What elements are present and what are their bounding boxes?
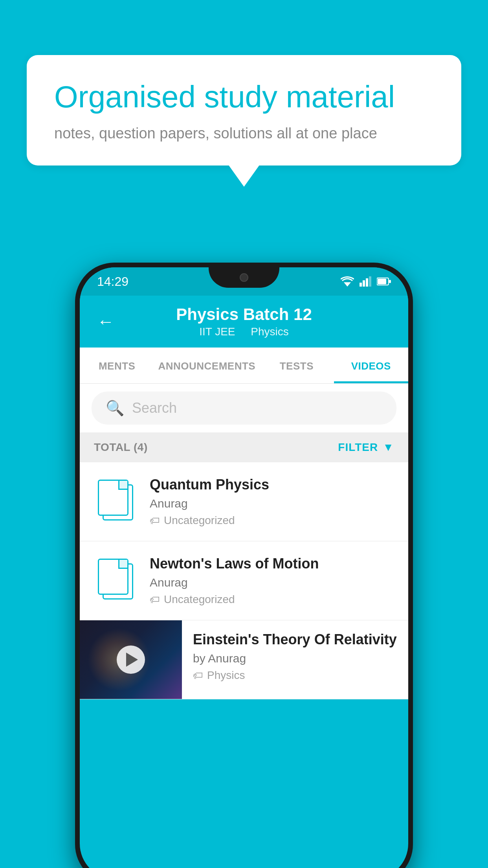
- tab-announcements[interactable]: ANNOUNCEMENTS: [154, 348, 259, 383]
- search-bar-container: 🔍 Search: [80, 384, 408, 432]
- status-bar: 14:29: [80, 267, 408, 296]
- search-input[interactable]: Search: [132, 400, 177, 416]
- tab-tests[interactable]: TESTS: [259, 348, 334, 383]
- doc-front: [98, 480, 128, 516]
- list-item[interactable]: Newton's Laws of Motion Anurag 🏷 Uncateg…: [80, 541, 408, 620]
- wifi-icon: [341, 276, 354, 287]
- doc-icon: [98, 559, 133, 601]
- svg-rect-4: [369, 276, 371, 287]
- subtitle-iit: IIT JEE: [199, 326, 235, 338]
- app-header: ← Physics Batch 12 IIT JEE Physics: [80, 296, 408, 348]
- video-info: Quantum Physics Anurag 🏷 Uncategorized: [150, 476, 394, 527]
- subtitle-physics: Physics: [251, 326, 288, 338]
- video-title: Quantum Physics: [150, 476, 394, 493]
- search-icon: 🔍: [106, 399, 124, 417]
- bubble-arrow: [228, 165, 260, 187]
- tab-ments[interactable]: MENTS: [80, 348, 154, 383]
- tag-icon: 🏷: [150, 515, 160, 527]
- einstein-info: Einstein's Theory Of Relativity by Anura…: [182, 620, 408, 693]
- video-title: Newton's Laws of Motion: [150, 555, 394, 572]
- tag-label: Uncategorized: [164, 593, 235, 606]
- doc-icon-wrapper: [94, 480, 137, 522]
- video-thumbnail: [80, 620, 182, 699]
- notch: [209, 267, 279, 288]
- batch-title: Physics Batch 12: [126, 305, 362, 324]
- video-info: Newton's Laws of Motion Anurag 🏷 Uncateg…: [150, 555, 394, 606]
- video-tag: 🏷 Uncategorized: [150, 593, 394, 606]
- camera-dot: [240, 273, 248, 282]
- list-item[interactable]: Einstein's Theory Of Relativity by Anura…: [80, 620, 408, 699]
- svg-rect-1: [360, 283, 362, 287]
- speech-bubble-title: Organised study material: [54, 79, 434, 116]
- filter-button[interactable]: FILTER ▼: [338, 441, 394, 454]
- video-title: Einstein's Theory Of Relativity: [193, 631, 397, 648]
- status-time: 14:29: [97, 274, 128, 289]
- svg-rect-3: [366, 278, 368, 287]
- video-author: Anurag: [150, 576, 394, 589]
- search-bar[interactable]: 🔍 Search: [92, 392, 396, 425]
- doc-icon-wrapper: [94, 559, 137, 601]
- tag-label: Physics: [207, 669, 245, 682]
- header-title-group: Physics Batch 12 IIT JEE Physics: [126, 305, 362, 338]
- play-button[interactable]: [117, 645, 145, 674]
- phone-inner: 14:29: [80, 267, 408, 868]
- batch-subtitle: IIT JEE Physics: [126, 326, 362, 338]
- back-button[interactable]: ←: [97, 312, 114, 331]
- svg-marker-0: [344, 282, 351, 287]
- filter-label: FILTER: [338, 441, 378, 454]
- status-icons: [341, 276, 391, 287]
- doc-icon: [98, 480, 133, 522]
- tag-icon: 🏷: [193, 669, 203, 682]
- speech-bubble: Organised study material notes, question…: [27, 55, 461, 166]
- tab-videos[interactable]: VIDEOS: [334, 348, 408, 383]
- list-item[interactable]: Quantum Physics Anurag 🏷 Uncategorized: [80, 462, 408, 541]
- play-triangle-icon: [126, 653, 138, 667]
- signal-icon: [360, 276, 371, 287]
- video-tag: 🏷 Uncategorized: [150, 514, 394, 527]
- speech-bubble-subtitle: notes, question papers, solutions all at…: [54, 125, 434, 142]
- filter-bar: TOTAL (4) FILTER ▼: [80, 432, 408, 462]
- video-tag: 🏷 Physics: [193, 669, 397, 682]
- phone-frame: 14:29: [75, 263, 413, 868]
- svg-rect-6: [378, 279, 386, 284]
- filter-icon: ▼: [383, 441, 394, 454]
- video-author: Anurag: [150, 497, 394, 510]
- total-count: TOTAL (4): [94, 441, 148, 454]
- screen-content: 🔍 Search TOTAL (4) FILTER ▼: [80, 384, 408, 699]
- tag-icon: 🏷: [150, 594, 160, 606]
- svg-rect-7: [389, 280, 391, 283]
- video-author: by Anurag: [193, 652, 397, 665]
- tabs-bar: MENTS ANNOUNCEMENTS TESTS VIDEOS: [80, 348, 408, 384]
- doc-front: [98, 559, 128, 595]
- battery-icon: [377, 277, 391, 286]
- tag-label: Uncategorized: [164, 514, 235, 527]
- svg-rect-2: [363, 280, 365, 287]
- video-list: Quantum Physics Anurag 🏷 Uncategorized: [80, 462, 408, 699]
- speech-bubble-section: Organised study material notes, question…: [27, 55, 461, 187]
